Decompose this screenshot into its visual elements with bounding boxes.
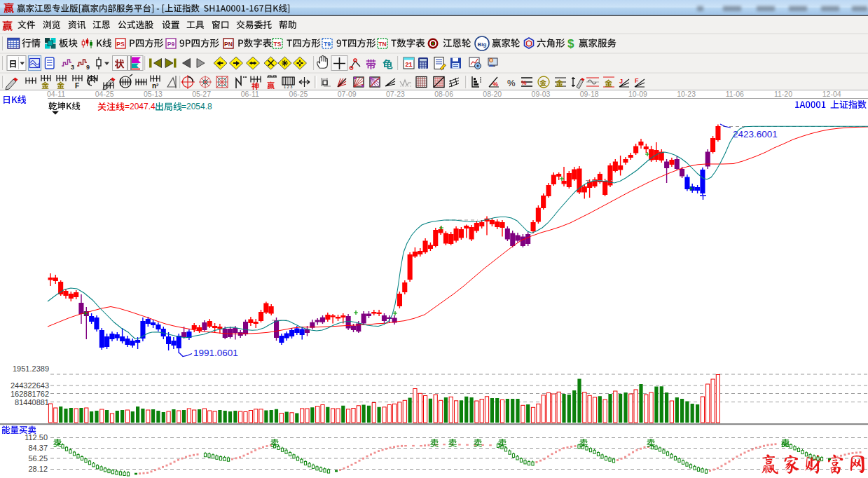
svg-text:08-20: 08-20 [483, 90, 502, 98]
svg-text:05-27: 05-27 [192, 90, 211, 98]
svg-text:28.12: 28.12 [28, 465, 48, 473]
svg-text:04-11: 04-11 [47, 90, 65, 98]
svg-text:08-06: 08-06 [434, 90, 453, 98]
svg-text:%: % [492, 81, 498, 88]
svg-text:21: 21 [405, 61, 412, 68]
svg-text:F: F [635, 77, 639, 84]
svg-text:2423.6001: 2423.6001 [733, 129, 778, 139]
svg-text:=2054.8: =2054.8 [181, 102, 212, 111]
svg-text:11-20: 11-20 [774, 90, 792, 98]
svg-text:09-18: 09-18 [580, 90, 599, 98]
svg-text:11-06: 11-06 [726, 90, 744, 98]
svg-text:07-23: 07-23 [386, 90, 405, 98]
svg-text:112.50: 112.50 [25, 433, 48, 442]
svg-text:1 2 3: 1 2 3 [284, 85, 292, 89]
svg-text:1991.0601: 1991.0601 [193, 348, 238, 358]
svg-text:%: % [521, 79, 527, 86]
svg-text:84.37: 84.37 [28, 444, 48, 452]
svg-text:06-11: 06-11 [241, 90, 259, 98]
svg-text:P9: P9 [167, 41, 175, 48]
svg-text:244322643: 244322643 [11, 381, 49, 390]
svg-text:81440881: 81440881 [15, 398, 49, 407]
svg-text:162881762: 162881762 [11, 390, 49, 398]
svg-text:PS: PS [116, 41, 125, 48]
svg-text:=2047.4: =2047.4 [125, 102, 156, 111]
svg-text:TS: TS [274, 41, 282, 48]
svg-text:%: % [507, 78, 516, 88]
svg-text:T9: T9 [324, 41, 331, 48]
svg-text:PN: PN [224, 41, 233, 48]
svg-text:n²: n² [152, 82, 159, 90]
svg-text:TN: TN [378, 41, 386, 48]
svg-text:07-09: 07-09 [338, 90, 357, 98]
svg-text:10-09: 10-09 [628, 90, 647, 98]
svg-text:F: F [75, 82, 79, 90]
svg-text:09-03: 09-03 [532, 90, 551, 98]
svg-text:12-04: 12-04 [822, 90, 841, 98]
svg-text:J: J [619, 78, 623, 85]
svg-text:9: 9 [86, 64, 90, 71]
svg-text:06-25: 06-25 [289, 90, 308, 98]
svg-text:Big: Big [478, 41, 487, 48]
svg-text:10-23: 10-23 [677, 90, 696, 98]
svg-text:3: 3 [71, 64, 74, 71]
svg-text:1951.2389: 1951.2389 [13, 364, 49, 373]
svg-text:56.25: 56.25 [28, 454, 48, 463]
svg-text:05-13: 05-13 [144, 90, 163, 98]
svg-text:$: $ [567, 37, 574, 50]
svg-text:04-25: 04-25 [95, 90, 114, 98]
